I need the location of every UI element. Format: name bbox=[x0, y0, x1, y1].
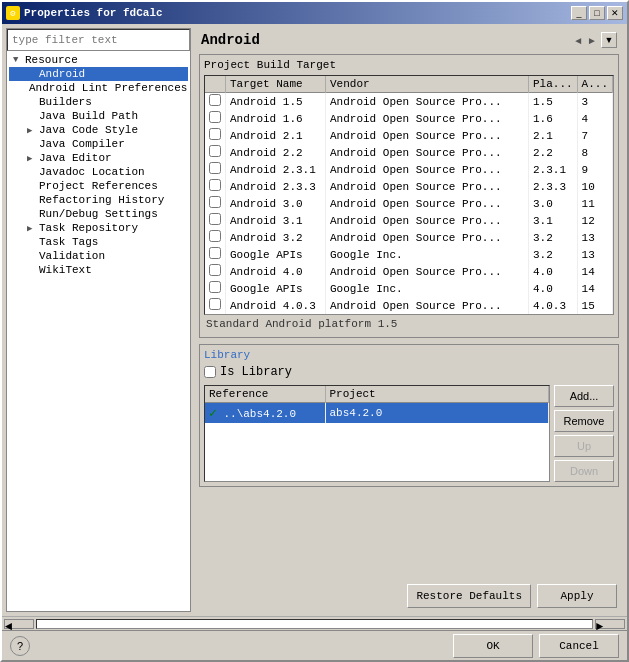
row-checkbox[interactable] bbox=[209, 264, 221, 276]
tree-item-javadoc-location[interactable]: Javadoc Location bbox=[9, 165, 188, 179]
add-button[interactable]: Add... bbox=[554, 385, 614, 407]
tree-expand-java-editor[interactable]: ▶ bbox=[27, 153, 37, 164]
table-row[interactable]: Android 3.2 Android Open Source Pro... 3… bbox=[205, 229, 613, 246]
table-row[interactable]: Android 3.1 Android Open Source Pro... 3… bbox=[205, 212, 613, 229]
ok-button[interactable]: OK bbox=[453, 634, 533, 658]
minimize-button[interactable]: _ bbox=[571, 6, 587, 20]
col-check bbox=[205, 76, 226, 93]
table-row[interactable]: Google APIs Google Inc. 3.2 13 bbox=[205, 246, 613, 263]
tree-item-project-references[interactable]: Project References bbox=[9, 179, 188, 193]
scrollbar-track[interactable] bbox=[36, 619, 593, 629]
tree-item-task-repository[interactable]: ▶Task Repository bbox=[9, 221, 188, 235]
row-checkbox-cell[interactable] bbox=[205, 246, 226, 263]
row-vendor: Android Open Source Pro... bbox=[326, 178, 529, 195]
tree-expand-resource[interactable]: ▼ bbox=[13, 55, 23, 65]
row-checkbox[interactable] bbox=[209, 162, 221, 174]
tree-item-java-code-style[interactable]: ▶Java Code Style bbox=[9, 123, 188, 137]
row-checkbox[interactable] bbox=[209, 179, 221, 191]
row-checkbox-cell[interactable] bbox=[205, 212, 226, 229]
row-checkbox-cell[interactable] bbox=[205, 229, 226, 246]
tree-item-refactoring-history[interactable]: Refactoring History bbox=[9, 193, 188, 207]
tree-item-java-editor[interactable]: ▶Java Editor bbox=[9, 151, 188, 165]
tree-expand-task-repository[interactable]: ▶ bbox=[27, 223, 37, 234]
lib-table-area: Reference Project ✓ ..\abs4.2.0 abs4.2.0 bbox=[204, 385, 550, 482]
tree-label-javadoc-location: Javadoc Location bbox=[39, 166, 145, 178]
scroll-left-btn[interactable]: ◄ bbox=[4, 619, 34, 629]
lib-project: abs4.2.0 bbox=[325, 403, 549, 424]
forward-button[interactable]: ► bbox=[587, 35, 597, 46]
row-platform: 2.3.1 bbox=[528, 161, 577, 178]
up-button[interactable]: Up bbox=[554, 435, 614, 457]
row-checkbox-cell[interactable] bbox=[205, 127, 226, 144]
tree-item-java-compiler[interactable]: Java Compiler bbox=[9, 137, 188, 151]
row-checkbox-cell[interactable] bbox=[205, 297, 226, 314]
row-checkbox-cell[interactable] bbox=[205, 161, 226, 178]
tree-item-android[interactable]: Android bbox=[9, 67, 188, 81]
table-row[interactable]: Android 4.0 Android Open Source Pro... 4… bbox=[205, 263, 613, 280]
table-row[interactable]: Android 3.0 Android Open Source Pro... 3… bbox=[205, 195, 613, 212]
table-row[interactable]: Android 1.5 Android Open Source Pro... 1… bbox=[205, 93, 613, 111]
list-item[interactable]: ✓ ..\abs4.2.0 abs4.2.0 bbox=[205, 403, 549, 424]
row-checkbox[interactable] bbox=[209, 298, 221, 310]
row-checkbox[interactable] bbox=[209, 145, 221, 157]
row-checkbox[interactable] bbox=[209, 94, 221, 106]
tree-label-resource: Resource bbox=[25, 54, 78, 66]
nav-dropdown-button[interactable]: ▼ bbox=[601, 32, 617, 48]
restore-defaults-button[interactable]: Restore Defaults bbox=[407, 584, 531, 608]
row-api: 12 bbox=[577, 212, 612, 229]
tree-item-android-lint[interactable]: Android Lint Preferences bbox=[9, 81, 188, 95]
row-platform: 3.1 bbox=[528, 212, 577, 229]
row-target-name: Android 1.5 bbox=[226, 93, 326, 111]
tree-label-builders: Builders bbox=[39, 96, 92, 108]
lib-buttons: Add... Remove Up Down bbox=[554, 385, 614, 482]
row-checkbox-cell[interactable] bbox=[205, 280, 226, 297]
row-checkbox[interactable] bbox=[209, 281, 221, 293]
row-target-name: Google APIs bbox=[226, 280, 326, 297]
help-button[interactable]: ? bbox=[10, 636, 30, 656]
row-target-name: Android 3.2 bbox=[226, 229, 326, 246]
table-row[interactable]: Android 4.0.3 Android Open Source Pro...… bbox=[205, 297, 613, 314]
back-button[interactable]: ◄ bbox=[573, 35, 583, 46]
row-target-name: Android 3.1 bbox=[226, 212, 326, 229]
row-checkbox[interactable] bbox=[209, 213, 221, 225]
table-row[interactable]: Google APIs Google Inc. 4.0 14 bbox=[205, 280, 613, 297]
cancel-button[interactable]: Cancel bbox=[539, 634, 619, 658]
row-vendor: Android Open Source Pro... bbox=[326, 127, 529, 144]
maximize-button[interactable]: □ bbox=[589, 6, 605, 20]
table-row[interactable]: Android 2.3.1 Android Open Source Pro...… bbox=[205, 161, 613, 178]
row-checkbox-cell[interactable] bbox=[205, 195, 226, 212]
row-checkbox[interactable] bbox=[209, 196, 221, 208]
row-checkbox-cell[interactable] bbox=[205, 144, 226, 161]
row-checkbox-cell[interactable] bbox=[205, 110, 226, 127]
table-row[interactable]: Android 2.2 Android Open Source Pro... 2… bbox=[205, 144, 613, 161]
tree-item-wikitext[interactable]: WikiText bbox=[9, 263, 188, 277]
tree-item-validation[interactable]: Validation bbox=[9, 249, 188, 263]
tree-item-java-build-path[interactable]: Java Build Path bbox=[9, 109, 188, 123]
table-row[interactable]: Android 1.6 Android Open Source Pro... 1… bbox=[205, 110, 613, 127]
apply-button[interactable]: Apply bbox=[537, 584, 617, 608]
row-api: 7 bbox=[577, 127, 612, 144]
close-button[interactable]: ✕ bbox=[607, 6, 623, 20]
is-library-checkbox[interactable] bbox=[204, 366, 216, 378]
tree-item-task-tags[interactable]: Task Tags bbox=[9, 235, 188, 249]
row-checkbox[interactable] bbox=[209, 111, 221, 123]
tree-item-builders[interactable]: Builders bbox=[9, 95, 188, 109]
table-row[interactable]: Android 2.1 Android Open Source Pro... 2… bbox=[205, 127, 613, 144]
row-checkbox-cell[interactable] bbox=[205, 263, 226, 280]
row-checkbox[interactable] bbox=[209, 230, 221, 242]
tree-item-run-debug-settings[interactable]: Run/Debug Settings bbox=[9, 207, 188, 221]
table-row[interactable]: Android 2.3.3 Android Open Source Pro...… bbox=[205, 178, 613, 195]
down-button[interactable]: Down bbox=[554, 460, 614, 482]
remove-button[interactable]: Remove bbox=[554, 410, 614, 432]
tree-expand-java-code-style[interactable]: ▶ bbox=[27, 125, 37, 136]
scroll-right-btn[interactable]: ► bbox=[595, 619, 625, 629]
tree-item-resource[interactable]: ▼Resource bbox=[9, 53, 188, 67]
filter-input[interactable] bbox=[7, 29, 190, 51]
row-checkbox-cell[interactable] bbox=[205, 178, 226, 195]
row-checkbox[interactable] bbox=[209, 247, 221, 259]
build-target-table-container[interactable]: Target Name Vendor Pla... A... Android 1… bbox=[204, 75, 614, 315]
row-vendor: Android Open Source Pro... bbox=[326, 297, 529, 314]
row-checkbox[interactable] bbox=[209, 128, 221, 140]
row-platform: 4.0.3 bbox=[528, 297, 577, 314]
row-checkbox-cell[interactable] bbox=[205, 93, 226, 111]
